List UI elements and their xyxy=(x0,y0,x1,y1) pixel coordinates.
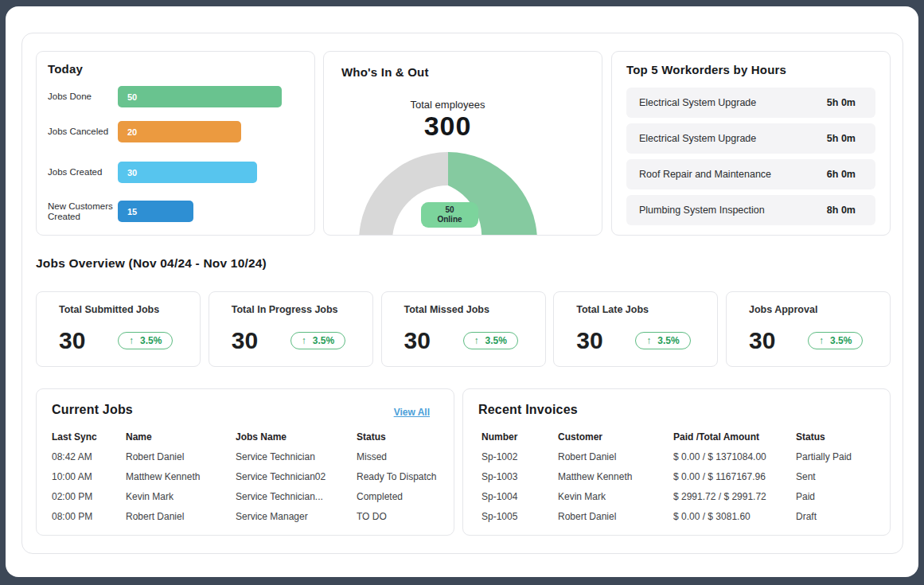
cell-status: Paid xyxy=(796,491,890,502)
cell-customer: Matthew Kenneth xyxy=(558,471,673,482)
stat-change-badge: ↑3.5% xyxy=(290,332,345,349)
stat-label: Total Late Jobs xyxy=(576,304,649,315)
stat-label: Total Missed Jobs xyxy=(404,304,489,315)
total-employees-value: 300 xyxy=(324,111,571,142)
up-arrow-icon: ↑ xyxy=(474,335,479,346)
column-header: Name xyxy=(126,431,236,443)
cell-status: Ready To Dispatch xyxy=(357,471,454,482)
table-row: 10:00 AMMatthew KennethService Technicia… xyxy=(37,466,454,486)
whos-in-out-title: Who's In & Out xyxy=(341,65,429,79)
workorder-name: Roof Repair and Maintenance xyxy=(639,169,771,180)
stat-value: 30 xyxy=(59,327,118,354)
whos-in-out-card: Who's In & Out Total employees 300 50 On… xyxy=(323,51,602,236)
cell-last-sync: 08:00 PM xyxy=(52,511,126,522)
today-bar-row: Jobs Created30 xyxy=(48,162,303,183)
cell-customer: Kevin Mark xyxy=(558,491,673,502)
today-bar-track: 50 xyxy=(118,86,282,107)
table-row: 02:00 PMKevin MarkService Technician...C… xyxy=(37,486,454,506)
workorder-hours: 6h 0m xyxy=(827,169,856,180)
today-bar: 50 xyxy=(118,86,282,107)
table-row: 08:00 PMRobert DanielService ManagerTO D… xyxy=(37,506,454,526)
app-window: Today Jobs Done50Jobs Canceled20Jobs Cre… xyxy=(6,6,918,577)
cell-number: Sp-1002 xyxy=(481,451,558,462)
current-jobs-table: Last SyncNameJobs NameStatus08:42 AMRobe… xyxy=(37,427,454,526)
stat-change-badge: ↑3.5% xyxy=(463,332,518,349)
today-bar: 15 xyxy=(118,201,193,222)
today-bar: 20 xyxy=(118,121,241,142)
online-label: Online xyxy=(437,215,462,225)
stat-bottom: 30↑3.5% xyxy=(404,327,534,354)
table-row: Sp-1005Robert Daniel$ 0.00 / $ 3081.60Dr… xyxy=(463,506,890,526)
cell-last-sync: 02:00 PM xyxy=(52,491,126,502)
current-jobs-title: Current Jobs xyxy=(52,403,133,417)
workorder-name: Electrical System Upgrade xyxy=(639,133,756,144)
recent-invoices-table: NumberCustomerPaid /Total AmountStatusSp… xyxy=(463,427,890,526)
column-header: Status xyxy=(796,431,890,443)
today-bar-value: 50 xyxy=(118,92,137,102)
view-all-link[interactable]: View All xyxy=(394,407,430,418)
cell-status: Completed xyxy=(357,491,454,502)
dashboard-panel: Today Jobs Done50Jobs Canceled20Jobs Cre… xyxy=(21,33,903,554)
table-row: 08:42 AMRobert DanielService TechnicianM… xyxy=(37,447,454,466)
stat-card: Jobs Approval30↑3.5% xyxy=(726,291,891,367)
stat-bottom: 30↑3.5% xyxy=(232,327,361,354)
table-header-row: Last SyncNameJobs NameStatus xyxy=(37,427,454,447)
top-workorders-title: Top 5 Workorders by Hours xyxy=(626,63,786,76)
cell-status: Missed xyxy=(357,451,454,462)
cell-last-sync: 10:00 AM xyxy=(52,471,126,482)
cell-jobs-name: Service Manager xyxy=(236,511,357,522)
workorder-hours: 5h 0m xyxy=(827,97,856,108)
stat-change-value: 3.5% xyxy=(140,335,162,346)
cell-number: Sp-1003 xyxy=(481,471,558,482)
online-badge: 50 Online xyxy=(421,202,478,228)
recent-invoices-title: Recent Invoices xyxy=(478,403,578,417)
cell-paid-total: $ 2991.72 / $ 2991.72 xyxy=(673,491,796,502)
today-bar-label: Jobs Done xyxy=(48,92,118,102)
stat-label: Total Submitted Jobs xyxy=(59,304,159,315)
table-row: Sp-1003Matthew Kenneth$ 0.00 / $ 1167167… xyxy=(463,466,890,486)
up-arrow-icon: ↑ xyxy=(819,335,824,346)
jobs-overview-stats: Total Submitted Jobs30↑3.5%Total In Prog… xyxy=(36,291,891,367)
today-bar-value: 15 xyxy=(118,207,137,216)
workorders-list: Electrical System Upgrade5h 0mElectrical… xyxy=(626,88,875,231)
table-header-row: NumberCustomerPaid /Total AmountStatus xyxy=(463,427,890,447)
workorder-hours: 8h 0m xyxy=(827,205,856,216)
today-bar-label: Jobs Created xyxy=(48,167,118,177)
recent-invoices-card: Recent Invoices NumberCustomerPaid /Tota… xyxy=(462,388,891,536)
cell-status: TO DO xyxy=(357,511,454,522)
cell-name: Robert Daniel xyxy=(126,451,236,462)
today-bar-label: Jobs Canceled xyxy=(48,127,118,137)
workorder-item: Electrical System Upgrade5h 0m xyxy=(626,88,875,118)
today-bar-track: 20 xyxy=(118,121,282,142)
today-card: Today Jobs Done50Jobs Canceled20Jobs Cre… xyxy=(36,51,315,236)
workorder-name: Electrical System Upgrade xyxy=(639,97,756,108)
workorder-name: Plumbing System Inspection xyxy=(639,205,765,216)
cell-status: Partially Paid xyxy=(796,451,890,462)
stat-change-badge: ↑3.5% xyxy=(635,332,690,349)
cell-paid-total: $ 0.00 / $ 1371084.00 xyxy=(673,451,796,462)
stat-change-value: 3.5% xyxy=(830,335,852,346)
stat-label: Jobs Approval xyxy=(749,304,817,315)
cell-name: Matthew Kenneth xyxy=(126,471,236,482)
up-arrow-icon: ↑ xyxy=(302,335,306,346)
cell-jobs-name: Service Technician... xyxy=(236,491,357,502)
cell-number: Sp-1005 xyxy=(481,511,558,522)
workorder-item: Roof Repair and Maintenance6h 0m xyxy=(626,159,875,189)
cell-jobs-name: Service Technician xyxy=(236,451,357,462)
today-bar-row: Jobs Done50 xyxy=(48,86,303,107)
cell-name: Robert Daniel xyxy=(126,511,236,522)
table-row: Sp-1002Robert Daniel$ 0.00 / $ 1371084.0… xyxy=(463,447,890,466)
today-bar-value: 30 xyxy=(118,168,137,177)
stat-value: 30 xyxy=(404,327,463,354)
stat-change-value: 3.5% xyxy=(313,335,334,346)
up-arrow-icon: ↑ xyxy=(646,335,651,346)
cell-status: Sent xyxy=(796,471,890,482)
jobs-overview-title: Jobs Overview (Nov 04/24 - Nov 10/24) xyxy=(36,256,267,271)
up-arrow-icon: ↑ xyxy=(129,335,134,346)
stat-bottom: 30↑3.5% xyxy=(749,327,879,354)
stat-change-value: 3.5% xyxy=(657,335,679,346)
cell-customer: Robert Daniel xyxy=(558,451,673,462)
table-row: Sp-1004Kevin Mark$ 2991.72 / $ 2991.72Pa… xyxy=(463,486,890,506)
today-bar-track: 30 xyxy=(118,162,282,183)
current-jobs-card: Current Jobs View All Last SyncNameJobs … xyxy=(36,388,454,536)
